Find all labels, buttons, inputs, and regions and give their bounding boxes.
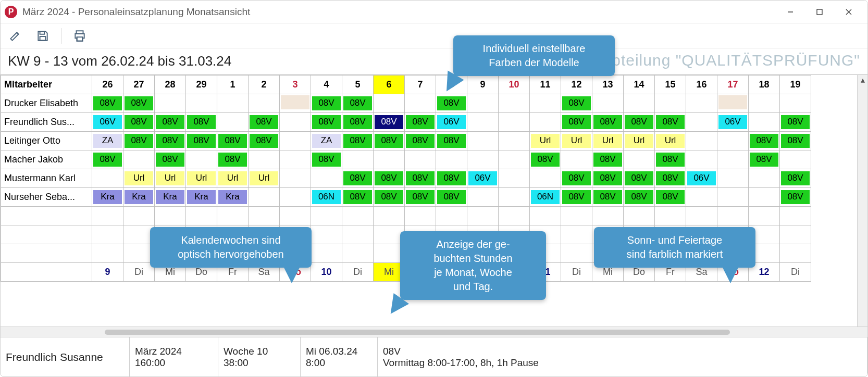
schedule-cell[interactable]: 08V [655, 113, 686, 132]
schedule-cell[interactable] [655, 94, 686, 113]
schedule-cell[interactable]: Url [655, 132, 686, 150]
schedule-cell[interactable] [280, 188, 311, 207]
day-header[interactable]: 4 [311, 76, 342, 94]
schedule-cell[interactable] [749, 94, 780, 113]
schedule-cell[interactable]: 08V [592, 113, 624, 132]
schedule-cell[interactable]: 08V [436, 188, 467, 207]
schedule-cell[interactable] [467, 132, 499, 150]
schedule-cell[interactable]: 08V [342, 132, 374, 150]
day-header[interactable]: 14 [624, 76, 655, 94]
schedule-cell[interactable]: 08V [249, 113, 280, 132]
schedule-cell[interactable]: Url [217, 169, 249, 188]
schedule-cell[interactable] [249, 94, 280, 113]
schedule-cell[interactable] [624, 94, 655, 113]
day-header[interactable]: 7 [405, 76, 436, 94]
schedule-cell[interactable]: 08V [342, 169, 374, 188]
schedule-cell[interactable] [749, 113, 780, 132]
schedule-cell[interactable]: 08V [436, 94, 467, 113]
schedule-cell[interactable]: 08V [342, 113, 374, 132]
schedule-cell[interactable]: 08V [123, 113, 155, 132]
day-header[interactable]: 29 [186, 76, 217, 94]
save-button[interactable] [34, 27, 52, 45]
edit-button[interactable] [7, 27, 24, 45]
schedule-cell[interactable]: ZA [92, 132, 123, 150]
schedule-cell[interactable]: Kra [186, 188, 217, 207]
schedule-cell[interactable]: 08V [780, 113, 811, 132]
schedule-cell[interactable] [467, 188, 499, 207]
schedule-cell[interactable]: 06V [436, 113, 467, 132]
schedule-cell[interactable]: 08V [92, 94, 123, 113]
schedule-cell[interactable] [123, 150, 155, 169]
maximize-button[interactable] [805, 2, 834, 22]
day-header[interactable]: 10 [499, 76, 530, 94]
schedule-cell[interactable]: 08V [561, 169, 592, 188]
schedule-cell[interactable] [467, 150, 499, 169]
schedule-cell[interactable] [499, 169, 530, 188]
schedule-cell[interactable]: 08V [592, 188, 624, 207]
schedule-cell[interactable]: 08V [374, 169, 405, 188]
schedule-cell[interactable] [530, 94, 561, 113]
schedule-cell[interactable]: Kra [217, 188, 249, 207]
schedule-cell[interactable]: 06V [92, 113, 123, 132]
schedule-cell[interactable] [686, 132, 717, 150]
schedule-cell[interactable]: ZA [311, 132, 342, 150]
schedule-cell[interactable]: 08V [405, 132, 436, 150]
schedule-cell[interactable]: 08V [655, 169, 686, 188]
schedule-cell[interactable] [280, 113, 311, 132]
schedule-cell[interactable]: 08V [561, 113, 592, 132]
schedule-cell[interactable] [624, 150, 655, 169]
schedule-cell[interactable] [217, 113, 249, 132]
schedule-cell[interactable] [280, 94, 311, 113]
day-header[interactable]: 17 [717, 76, 749, 94]
schedule-cell[interactable]: Kra [92, 188, 123, 207]
schedule-cell[interactable]: 08V [217, 150, 249, 169]
schedule-cell[interactable] [374, 94, 405, 113]
schedule-cell[interactable]: 08V [749, 132, 780, 150]
schedule-cell[interactable]: 08V [311, 150, 342, 169]
schedule-cell[interactable] [780, 94, 811, 113]
schedule-cell[interactable]: 08V [405, 113, 436, 132]
employee-name[interactable]: Freundlich Sus... [1, 113, 92, 132]
schedule-cell[interactable]: 08V [624, 188, 655, 207]
day-header[interactable]: 11 [530, 76, 561, 94]
schedule-cell[interactable] [530, 113, 561, 132]
schedule-cell[interactable]: 08V [155, 150, 186, 169]
schedule-cell[interactable]: 08V [561, 188, 592, 207]
employee-name[interactable]: Macher Jakob [1, 150, 92, 169]
schedule-cell[interactable]: 08V [186, 113, 217, 132]
schedule-cell[interactable]: 08V [749, 150, 780, 169]
schedule-cell[interactable]: 08V [123, 94, 155, 113]
schedule-cell[interactable] [686, 150, 717, 169]
day-header[interactable]: 15 [655, 76, 686, 94]
schedule-cell[interactable]: 08V [436, 169, 467, 188]
schedule-cell[interactable] [155, 94, 186, 113]
schedule-cell[interactable] [499, 132, 530, 150]
schedule-cell[interactable]: 08V [374, 132, 405, 150]
schedule-cell[interactable]: 08V [780, 132, 811, 150]
schedule-cell[interactable]: Url [530, 132, 561, 150]
schedule-cell[interactable]: 08V [436, 132, 467, 150]
schedule-cell[interactable] [686, 113, 717, 132]
employee-name[interactable]: Drucker Elisabeth [1, 94, 92, 113]
schedule-cell[interactable] [249, 188, 280, 207]
schedule-cell[interactable]: Url [155, 169, 186, 188]
day-header[interactable]: 1 [217, 76, 249, 94]
day-header[interactable]: 9 [467, 76, 499, 94]
schedule-cell[interactable] [749, 188, 780, 207]
schedule-cell[interactable] [186, 150, 217, 169]
schedule-cell[interactable]: 06N [311, 188, 342, 207]
schedule-cell[interactable] [311, 169, 342, 188]
schedule-cell[interactable] [280, 150, 311, 169]
schedule-cell[interactable]: 08V [530, 150, 561, 169]
schedule-cell[interactable] [717, 169, 749, 188]
schedule-cell[interactable] [717, 94, 749, 113]
schedule-cell[interactable]: 08V [123, 132, 155, 150]
schedule-cell[interactable]: 08V [624, 169, 655, 188]
schedule-cell[interactable]: 08V [655, 188, 686, 207]
day-header[interactable]: 5 [342, 76, 374, 94]
schedule-cell[interactable]: Url [561, 132, 592, 150]
schedule-cell[interactable]: 08V [655, 150, 686, 169]
minimize-button[interactable] [776, 2, 805, 22]
schedule-cell[interactable]: 08V [186, 132, 217, 150]
schedule-cell[interactable]: 08V [155, 113, 186, 132]
